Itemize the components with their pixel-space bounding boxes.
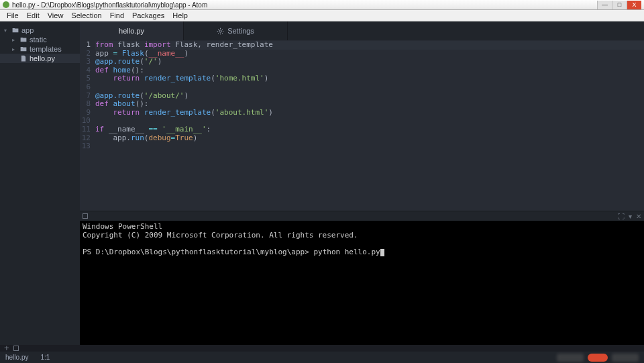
tree-folder[interactable]: ▸templates [0,44,80,54]
menu-edit[interactable]: Edit [23,11,44,19]
status-bar: hello.py 1:1 [0,352,644,363]
status-blur [557,354,584,362]
menu-selection[interactable]: Selection [67,11,105,19]
terminal-cursor [380,249,384,256]
tree-label: templates [30,45,62,53]
tab-settings[interactable]: Settings [184,21,288,40]
menu-bar: FileEditViewSelectionFindPackagesHelp [0,10,644,21]
maximize-button[interactable]: □ [612,1,627,9]
terminal-line: Copyright (C) 2009 Microsoft Corporation… [83,231,358,240]
window-title: hello.py - D:\Dropbox\Blogs\pythonflaskt… [12,1,207,9]
tree-label: static [30,36,47,44]
terminal-close-icon[interactable]: ✕ [636,213,641,220]
folder-icon [20,46,27,52]
folder-icon [20,36,27,43]
menu-find[interactable]: Find [106,11,128,19]
terminal-minimize-icon[interactable]: ▾ [629,213,632,220]
terminal-expand-icon[interactable]: ⛶ [618,213,625,220]
status-cursor-pos[interactable]: 1:1 [40,354,50,361]
terminal-tabs[interactable]: + [0,345,644,352]
menu-packages[interactable]: Packages [128,11,168,19]
tree-root[interactable]: ▾ app [0,25,80,35]
chevron-down-icon: ▾ [4,28,9,34]
terminal-panel: ⛶ ▾ ✕ Windows PowerShell Copyright (C) 2… [80,211,644,345]
terminal-toggle-icon[interactable] [83,213,88,219]
status-blur [612,354,639,362]
tab-label: Settings [227,27,254,35]
title-bar: hello.py - D:\Dropbox\Blogs\pythonflaskt… [0,0,644,10]
terminal-line: Windows PowerShell [83,222,162,231]
status-pill[interactable] [588,354,608,362]
terminal-command: python hello.py [313,248,380,256]
tree-label: hello.py [30,54,55,62]
tab-bar: hello.pySettings [80,21,644,40]
tab-hello-py[interactable]: hello.py [80,21,184,40]
app-icon [3,1,9,8]
file-icon [20,55,27,62]
tree-root-label: app [21,26,34,34]
line-gutter: 12345678910111213 [80,41,95,211]
status-file[interactable]: hello.py [5,354,28,361]
terminal-body[interactable]: Windows PowerShell Copyright (C) 2009 Mi… [80,221,644,345]
folder-icon [12,27,19,34]
terminal-prompt: PS D:\Dropbox\Blogs\pythonflasktutorial\… [83,248,309,256]
svg-point-0 [219,30,221,32]
code-source[interactable]: from flask import Flask, render_template… [95,41,644,211]
minimize-button[interactable]: — [597,1,612,9]
chevron-right-icon: ▸ [12,37,17,43]
tree-folder[interactable]: ▸static [0,35,80,44]
gear-icon [217,28,224,35]
tree-file[interactable]: hello.py [0,54,80,63]
terminal-tab-icon[interactable] [13,346,19,351]
code-area[interactable]: 12345678910111213 from flask import Flas… [80,40,644,211]
terminal-header[interactable]: ⛶ ▾ ✕ [80,211,644,221]
menu-help[interactable]: Help [168,11,192,19]
menu-view[interactable]: View [44,11,68,19]
menu-file[interactable]: File [3,11,23,19]
window-controls: — □ X [597,1,641,9]
close-button[interactable]: X [627,1,641,9]
editor: hello.pySettings 12345678910111213 from … [80,21,644,345]
tab-label: hello.py [119,27,144,35]
chevron-right-icon: ▸ [12,46,17,52]
new-terminal-button[interactable]: + [4,345,9,352]
file-tree[interactable]: ▾ app ▸static▸templates hello.py [0,21,80,345]
